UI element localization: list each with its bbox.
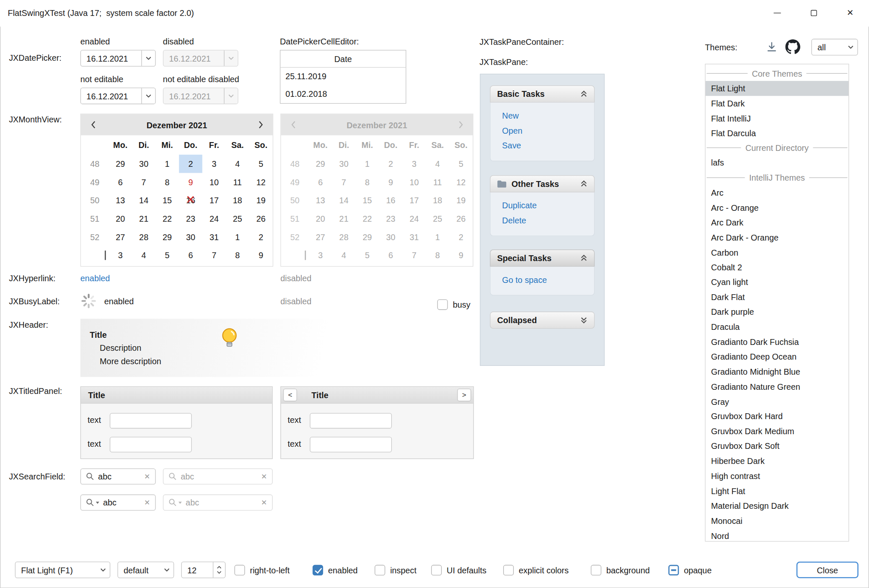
spinner-down-icon[interactable]	[217, 571, 222, 574]
taskpane-item[interactable]: Delete	[491, 213, 594, 228]
day-cell[interactable]: 29	[109, 155, 132, 173]
day-cell[interactable]: 6	[309, 173, 332, 192]
day-cell[interactable]: 5	[155, 246, 179, 264]
day-cell[interactable]: 7	[202, 246, 226, 264]
checkbox-busy[interactable]: busy	[437, 296, 471, 313]
day-cell[interactable]: 7	[332, 173, 356, 192]
day-cell[interactable]: 26	[449, 210, 473, 228]
day-cell[interactable]: 2	[249, 228, 273, 246]
github-icon[interactable]	[785, 39, 800, 54]
taskpane-header[interactable]: Collapsed	[490, 311, 595, 329]
day-cell[interactable]: 28	[132, 228, 155, 246]
day-cell[interactable]: 19	[249, 191, 273, 210]
day-cell[interactable]: 4	[426, 155, 449, 173]
day-cell[interactable]: 1	[426, 228, 449, 246]
day-cell[interactable]: 1	[356, 155, 379, 173]
day-cell[interactable]: 13	[109, 191, 132, 210]
day-cell[interactable]: 11	[226, 173, 249, 192]
day-cell[interactable]: 22	[356, 210, 379, 228]
prev-month-button[interactable]	[81, 114, 105, 135]
taskpane-header[interactable]: Other Tasks	[490, 175, 595, 192]
day-cell[interactable]: 3	[109, 246, 132, 264]
datepicker-not-editable[interactable]: 16.12.2021	[80, 88, 156, 104]
day-cell[interactable]: 7	[132, 173, 155, 192]
theme-item[interactable]: Gradianto Deep Ocean	[706, 349, 848, 364]
day-cell[interactable]: 2	[449, 228, 473, 246]
theme-item[interactable]: Dark Flat	[706, 290, 848, 305]
checkbox-background[interactable]: background	[591, 562, 650, 578]
maximize-button[interactable]	[795, 0, 832, 25]
themes-filter-combo[interactable]: all	[811, 39, 858, 56]
day-cell[interactable]: 20	[109, 210, 132, 228]
theme-item[interactable]: Cyan light	[706, 275, 848, 290]
table-row[interactable]: 01.02.2018	[280, 85, 406, 103]
day-cell[interactable]: 8	[155, 173, 179, 192]
day-cell[interactable]: 20	[309, 210, 332, 228]
window-close-button[interactable]: ✕	[832, 0, 868, 25]
day-cell[interactable]: 10	[202, 173, 226, 192]
day-cell[interactable]: 12	[249, 173, 273, 192]
day-cell[interactable]: 12	[449, 173, 473, 192]
day-cell[interactable]: 1	[226, 228, 249, 246]
day-cell[interactable]: 9	[249, 246, 273, 264]
day-cell[interactable]: 4	[226, 155, 249, 173]
day-cell[interactable]: 2	[179, 155, 202, 173]
day-cell[interactable]: 18	[426, 191, 449, 210]
day-cell[interactable]: 30	[132, 155, 155, 173]
day-cell[interactable]: 14	[332, 191, 356, 210]
day-cell[interactable]: 29	[155, 228, 179, 246]
day-cell[interactable]: 9	[379, 173, 403, 192]
datepicker-dropdown-button[interactable]	[141, 50, 155, 66]
day-cell[interactable]: 7	[402, 246, 426, 264]
day-cell[interactable]: 27	[109, 228, 132, 246]
checkbox-explicit-colors[interactable]: explicit colors	[503, 562, 569, 578]
spinner-buttons[interactable]	[213, 562, 225, 578]
day-cell[interactable]: 15	[356, 191, 379, 210]
day-cell[interactable]: 23	[379, 210, 403, 228]
search-dropdown-caret[interactable]	[96, 501, 99, 503]
text-input[interactable]	[110, 413, 192, 428]
text-input[interactable]	[310, 413, 392, 428]
theme-item[interactable]: High contrast	[706, 469, 848, 484]
day-cell[interactable]: 5	[249, 155, 273, 173]
theme-item[interactable]: Flat Dark	[706, 96, 848, 111]
datepicker-enabled[interactable]: 16.12.2021	[80, 50, 156, 67]
theme-item[interactable]: Cobalt 2	[706, 260, 848, 275]
day-cell[interactable]: 8	[226, 246, 249, 264]
theme-item[interactable]: Arc Dark - Orange	[706, 230, 848, 245]
taskpane-item[interactable]: Open	[491, 123, 594, 138]
next-month-button[interactable]	[248, 114, 273, 135]
theme-item[interactable]: Arc	[706, 185, 848, 200]
text-input[interactable]	[310, 437, 392, 452]
day-cell[interactable]: 31	[402, 228, 426, 246]
day-cell[interactable]: 23	[179, 210, 202, 228]
theme-item[interactable]: Gruvbox Dark Medium	[706, 424, 848, 439]
day-cell[interactable]: 6	[109, 173, 132, 192]
day-cell[interactable]: 25	[426, 210, 449, 228]
day-cell[interactable]: 1	[155, 155, 179, 173]
day-cell[interactable]: 16✕	[179, 191, 202, 210]
text-input[interactable]	[110, 437, 192, 452]
laf-combo[interactable]: Flat Light (F1)	[15, 562, 111, 578]
day-cell[interactable]: 14	[132, 191, 155, 210]
theme-item[interactable]: Gradianto Nature Green	[706, 379, 848, 394]
day-cell[interactable]: 28	[332, 228, 356, 246]
day-cell[interactable]: 16	[379, 191, 403, 210]
day-cell[interactable]: 22	[155, 210, 179, 228]
theme-item[interactable]: Arc Dark	[706, 215, 848, 230]
day-cell[interactable]: 24	[402, 210, 426, 228]
theme-item[interactable]: Light Flat	[706, 483, 848, 498]
theme-item[interactable]: Dark purple	[706, 304, 848, 319]
day-cell[interactable]: 3	[402, 155, 426, 173]
theme-item[interactable]: Monocai	[706, 513, 848, 528]
theme-item[interactable]: Flat Darcula	[706, 126, 848, 141]
day-cell[interactable]: 8	[426, 246, 449, 264]
taskpane-item[interactable]: New	[491, 108, 594, 123]
checkbox-right-to-left[interactable]: right-to-left	[235, 562, 290, 578]
day-cell[interactable]: 13	[309, 191, 332, 210]
day-cell[interactable]: 10	[402, 173, 426, 192]
checkbox-ui-defaults[interactable]: UI defaults	[431, 562, 486, 578]
datepicker-dropdown-button[interactable]	[141, 88, 155, 104]
theme-item[interactable]: Flat Light	[706, 81, 848, 96]
taskpane-item[interactable]: Duplicate	[491, 198, 594, 213]
